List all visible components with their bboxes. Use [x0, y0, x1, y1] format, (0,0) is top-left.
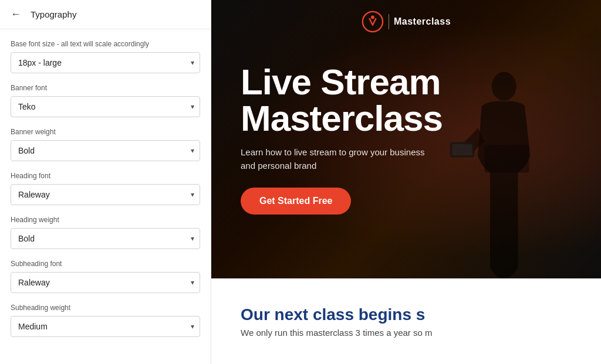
- banner-font-label: Banner font: [11, 84, 200, 92]
- svg-point-0: [363, 12, 383, 32]
- heading-font-select[interactable]: Raleway Arial Teko Roboto: [11, 184, 200, 205]
- get-started-button[interactable]: Get Started Free: [241, 188, 351, 215]
- heading-weight-select[interactable]: Bold Regular Medium Light: [11, 228, 200, 249]
- next-class-subtitle: We only run this masterclass 3 times a y…: [241, 328, 572, 338]
- panel-header: ← Typography: [0, 0, 211, 29]
- hero-subtitle: Learn how to live stream to grow your bu…: [241, 146, 440, 172]
- heading-weight-group: Heading weight Bold Regular Medium Light…: [11, 216, 200, 249]
- heading-font-wrapper: Raleway Arial Teko Roboto ▾: [11, 184, 200, 205]
- panel-content: Base font size - all text will scale acc…: [0, 29, 211, 358]
- logo-bar: Masterclass: [362, 11, 451, 33]
- heading-weight-label: Heading weight: [11, 216, 200, 224]
- panel-title: Typography: [31, 9, 76, 19]
- banner-font-group: Banner font Teko Arial Raleway Roboto ▾: [11, 84, 200, 117]
- banner-font-wrapper: Teko Arial Raleway Roboto ▾: [11, 96, 200, 117]
- subheading-weight-label: Subheading weight: [11, 304, 200, 312]
- logo-divider: [389, 14, 389, 29]
- banner-font-select[interactable]: Teko Arial Raleway Roboto: [11, 96, 200, 117]
- base-font-size-label: Base font size - all text will scale acc…: [11, 40, 200, 48]
- banner-weight-label: Banner weight: [11, 128, 200, 136]
- next-class-title: Our next class begins s: [241, 305, 572, 324]
- banner-weight-group: Banner weight Bold Regular Medium Light …: [11, 128, 200, 161]
- subheading-font-group: Subheading font Raleway Arial Teko Robot…: [11, 260, 200, 293]
- banner-weight-select[interactable]: Bold Regular Medium Light: [11, 140, 200, 161]
- base-font-size-select[interactable]: 18px - large 14px - small 16px - medium …: [11, 52, 200, 73]
- subheading-font-select[interactable]: Raleway Arial Teko Roboto: [11, 272, 200, 293]
- logo-icon: [362, 11, 384, 33]
- hero-content: Live Stream Masterclass Learn how to liv…: [241, 64, 522, 215]
- logo-text: Masterclass: [394, 16, 451, 27]
- heading-font-group: Heading font Raleway Arial Teko Roboto ▾: [11, 172, 200, 205]
- back-button[interactable]: ←: [11, 8, 21, 21]
- subheading-font-label: Subheading font: [11, 260, 200, 268]
- typography-panel: ← Typography Base font size - all text w…: [0, 0, 211, 364]
- subheading-weight-group: Subheading weight Medium Regular Bold Li…: [11, 304, 200, 337]
- banner-weight-wrapper: Bold Regular Medium Light ▾: [11, 140, 200, 161]
- hero-title: Live Stream Masterclass: [241, 64, 522, 137]
- heading-font-label: Heading font: [11, 172, 200, 180]
- subheading-font-wrapper: Raleway Arial Teko Roboto ▾: [11, 272, 200, 293]
- hero-section: Masterclass Live Stream Masterclass Lear…: [211, 0, 601, 278]
- subheading-weight-select[interactable]: Medium Regular Bold Light: [11, 316, 200, 337]
- hero-title-line1: Live Stream: [241, 62, 441, 102]
- svg-point-1: [371, 16, 374, 19]
- preview-panel: Masterclass Live Stream Masterclass Lear…: [211, 0, 601, 364]
- bottom-section: Our next class begins s We only run this…: [211, 278, 601, 364]
- base-font-size-wrapper: 18px - large 14px - small 16px - medium …: [11, 52, 200, 73]
- hero-title-line2: Masterclass: [241, 98, 443, 138]
- base-font-size-group: Base font size - all text will scale acc…: [11, 40, 200, 73]
- subheading-weight-wrapper: Medium Regular Bold Light ▾: [11, 316, 200, 337]
- heading-weight-wrapper: Bold Regular Medium Light ▾: [11, 228, 200, 249]
